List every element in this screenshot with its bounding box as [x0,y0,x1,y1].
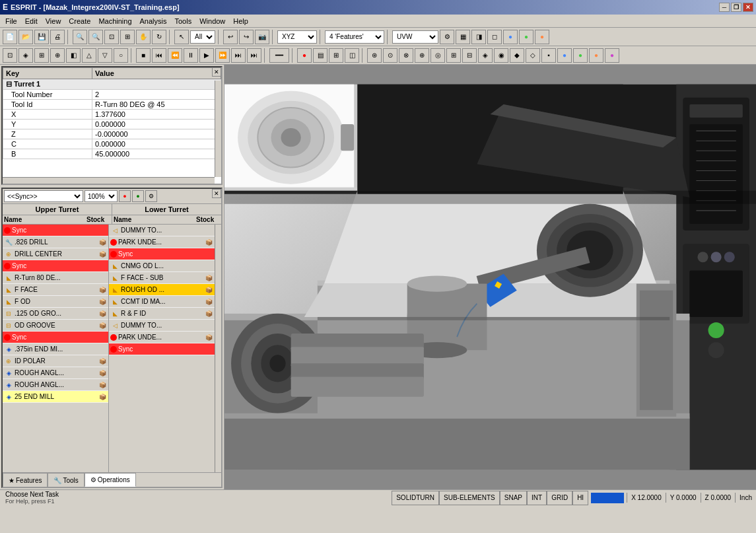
zoom-out-button[interactable]: 🔍 [88,30,103,44]
tb2-b2[interactable]: ◈ [18,48,33,63]
color2-button[interactable]: ● [519,30,533,44]
tb2-t3[interactable]: ⊗ [399,48,413,63]
zoom-window-button[interactable]: ⊞ [120,30,135,44]
shade-button[interactable]: ◨ [471,30,486,44]
tab-features[interactable]: ★ Features [3,473,48,487]
list-item[interactable]: PARK UNDE... 📦 [109,236,215,248]
close-button[interactable]: ✕ [743,3,753,12]
sub-elements-button[interactable]: SUB-ELEMENTS [439,491,500,505]
3d-canvas[interactable] [224,65,756,489]
tb2-t7[interactable]: ⊟ [462,48,477,63]
viewport[interactable] [224,65,756,489]
tb2-t4[interactable]: ⊕ [415,48,429,63]
menu-help[interactable]: Help [229,16,252,26]
list-item[interactable]: ◣ F FACE - SUB 📦 [109,272,215,284]
tb2-t1[interactable]: ⊛ [367,48,382,63]
ops-btn3[interactable]: ⚙ [145,190,157,202]
tb2-r4[interactable]: ◫ [345,48,359,63]
menu-edit[interactable]: Edit [21,16,42,26]
color3-button[interactable]: ● [535,30,549,44]
tb2-b1[interactable]: ⊡ [3,48,17,63]
list-item[interactable]: ◈ .375in END MI... [3,343,108,355]
undo-button[interactable]: ↩ [223,30,238,44]
list-item[interactable]: ⊟ .125 OD GRO... 📦 [3,308,108,320]
open-button[interactable]: 📂 [18,30,33,44]
select-button[interactable]: ↖ [174,30,189,44]
tb2-t2[interactable]: ⊙ [383,48,397,63]
tb2-t15[interactable]: ● [589,48,603,63]
lower-turret-list[interactable]: ◁ DUMMY TO... PARK UNDE... 📦 Sync [109,225,215,472]
tab-operations[interactable]: ⚙ Operations [85,473,136,487]
tb2-t16[interactable]: ● [605,48,619,63]
menu-file[interactable]: File [1,16,21,26]
play-button[interactable]: ▶ [199,48,214,63]
list-item[interactable]: ◁ DUMMY TO... [109,225,215,236]
tb2-b4[interactable]: ⊕ [50,48,65,63]
tab-tools[interactable]: 🔧 Tools [48,473,84,487]
list-item[interactable]: ◁ DUMMY TO... [109,320,215,332]
menu-tools[interactable]: Tools [171,16,196,26]
list-item[interactable]: PARK UNDE... 📦 [109,332,215,343]
wire-button[interactable]: ◻ [487,30,502,44]
list-item[interactable]: ⊟ OD GROOVE 📦 [3,320,108,332]
list-item[interactable]: Sync [3,332,108,343]
rewind-button[interactable]: ⏮ [152,48,166,63]
list-item[interactable]: Sync [109,248,215,260]
pan-button[interactable]: ✋ [136,30,151,44]
end-button[interactable]: ⏭ [247,48,261,63]
fast-fwd-button[interactable]: ⏭ [231,48,246,63]
list-item[interactable]: ◈ 25 END MILL 📦 [3,391,108,403]
int-button[interactable]: INT [527,491,547,505]
list-item[interactable]: Sync [3,260,108,272]
list-item[interactable]: ◣ R-Turn 80 DE... [3,272,108,284]
tb2-t13[interactable]: ● [557,48,572,63]
save-button[interactable]: 💾 [34,30,49,44]
tb2-t12[interactable]: ▪ [541,48,556,63]
ops-btn1[interactable]: ● [119,190,131,202]
list-item[interactable]: 🔧 .826 DRILL 📦 [3,236,108,248]
ops-btn2[interactable]: ● [132,190,144,202]
list-item[interactable]: ◣ F OD 📦 [3,296,108,308]
tb2-red1[interactable]: ● [297,48,312,63]
menu-machining[interactable]: Machining [94,16,135,26]
ops-scrollbar[interactable] [215,225,221,472]
snap-button[interactable]: SNAP [500,491,527,505]
settings-button[interactable]: ⚙ [440,30,454,44]
tb2-b7[interactable]: ▽ [98,48,112,63]
tb2-b3[interactable]: ⊞ [34,48,49,63]
grid-button[interactable]: GRID [547,491,572,505]
minimize-button[interactable]: ─ [719,3,730,12]
view-dropdown[interactable]: XYZ [277,30,317,44]
tb2-t5[interactable]: ◎ [430,48,445,63]
list-item[interactable]: ◣ ROUGH OD ... 📦 [109,284,215,296]
list-item[interactable]: ◣ F FACE 📦 [3,284,108,296]
ops-close[interactable]: ✕ [212,189,221,198]
menu-window[interactable]: Window [195,16,229,26]
zoom-fit-button[interactable]: ⊡ [104,30,119,44]
menu-view[interactable]: View [42,16,65,26]
select-mode-dropdown[interactable]: All [190,30,215,44]
stop-button[interactable]: ■ [136,48,151,63]
list-item[interactable]: ◣ CCMT ID MA... 📦 [109,296,215,308]
tb2-t14[interactable]: ● [573,48,588,63]
redo-button[interactable]: ↪ [239,30,254,44]
new-button[interactable]: 📄 [3,30,17,44]
color1-button[interactable]: ● [503,30,518,44]
tb2-r2[interactable]: ▤ [313,48,327,63]
rotate-button[interactable]: ↻ [152,30,166,44]
list-item[interactable]: Sync [109,343,215,355]
features-dropdown[interactable]: 4 'Features' [325,30,384,44]
tb2-t6[interactable]: ⊞ [446,48,461,63]
step-fwd-button[interactable]: ⏩ [215,48,230,63]
pause-button[interactable]: ⏸ [184,48,198,63]
list-item[interactable]: ◈ ROUGH ANGL... 📦 [3,379,108,391]
list-item[interactable]: ◣ R & F ID 📦 [109,308,215,320]
zoom-in-button[interactable]: 🔍 [73,30,87,44]
tb2-line[interactable]: ━━ [269,48,289,63]
tb2-b5[interactable]: ◧ [66,48,81,63]
list-item[interactable]: Sync [3,225,108,236]
list-item[interactable]: ◣ CNMG OD L... [109,260,215,272]
tb2-t9[interactable]: ◉ [494,48,508,63]
prop-scrollbar-h[interactable] [3,177,215,184]
percent-dropdown[interactable]: 100% [85,190,118,202]
